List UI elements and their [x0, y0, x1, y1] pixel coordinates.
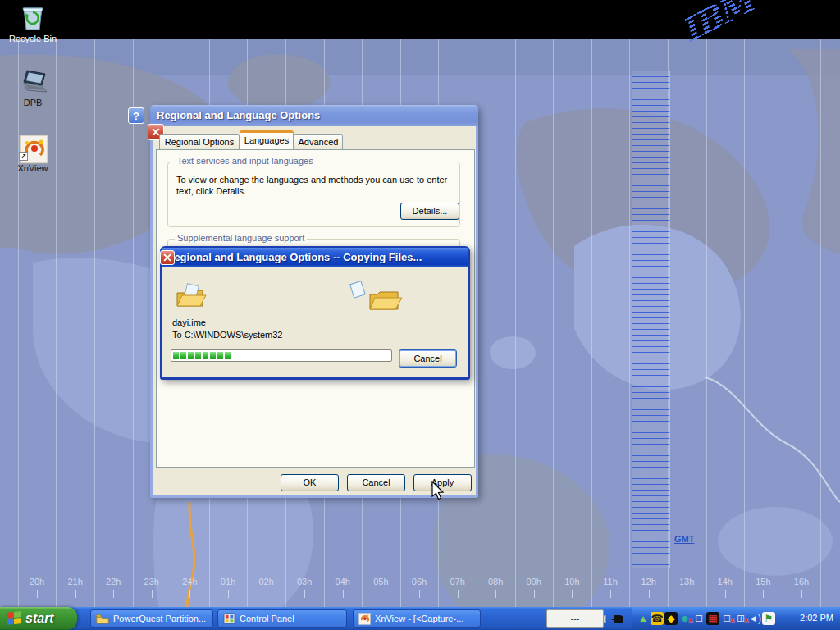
- copy-destination: To C:\WINDOWS\system32: [172, 330, 282, 340]
- hour-tick: [495, 590, 496, 598]
- hour-tick: [304, 590, 305, 598]
- xnview-icon: ↗: [19, 135, 47, 161]
- hour-label: 02h: [254, 577, 279, 587]
- hour-tick: [37, 590, 38, 598]
- start-button[interactable]: start: [0, 607, 77, 630]
- source-folder-icon: [175, 283, 208, 316]
- hour-label: 14h: [713, 577, 737, 587]
- hour-label: 11h: [598, 577, 623, 587]
- group-description: To view or change the languages and meth…: [176, 174, 451, 197]
- progress-segment: [203, 352, 208, 359]
- hour-tick: [152, 590, 153, 598]
- cancel-button[interactable]: Cancel: [347, 474, 405, 491]
- start-label: start: [25, 611, 54, 626]
- laptop-icon: [19, 69, 47, 95]
- hour-label: 01h: [216, 577, 240, 587]
- progress-segment: [173, 352, 179, 359]
- tray-icon-group: ▲☎◆☻×⊟▦⊟×⊞×◄)⚑: [637, 612, 776, 625]
- hour-tick: [687, 590, 687, 598]
- destination-folder-icon: [347, 280, 404, 317]
- hour-tick: [572, 590, 573, 598]
- details-button[interactable]: Details...: [400, 203, 459, 220]
- copy-progress-bar: [171, 349, 392, 362]
- help-button[interactable]: ?: [128, 107, 144, 124]
- hour-label: 10h: [559, 577, 584, 587]
- progress-segment: [188, 352, 194, 359]
- battery-level-text: ---: [571, 614, 580, 623]
- hour-label: 09h: [522, 577, 546, 587]
- hour-tick: [419, 590, 420, 598]
- hour-label: 22h: [101, 577, 126, 587]
- users-offline-icon[interactable]: ☻×: [678, 612, 692, 625]
- shortcut-arrow-icon: ↗: [19, 152, 28, 161]
- hour-tick: [725, 590, 726, 598]
- task-scheduler-icon[interactable]: ⚑: [762, 612, 775, 625]
- ac-plug-icon: [610, 614, 625, 625]
- network-offline-icon[interactable]: ⊞×: [734, 612, 747, 625]
- control-panel-icon: [223, 613, 235, 624]
- hour-label: 05h: [368, 577, 393, 587]
- desktop-icon-recycle-bin[interactable]: Recycle Bin: [2, 5, 64, 43]
- hour-label: 20h: [25, 577, 49, 587]
- hour-label: 07h: [445, 577, 470, 587]
- copying-files-dialog: Regional and Language Options -- Copying…: [160, 246, 470, 380]
- tab-languages[interactable]: Languages: [240, 130, 294, 149]
- tab-advanced[interactable]: Advanced: [294, 134, 343, 149]
- hour-label: 16h: [789, 577, 814, 587]
- desktop-icon-label: XnView: [2, 163, 64, 173]
- taskbar: start PowerQuest Partition... Control Pa…: [0, 607, 840, 630]
- hour-tick: [267, 590, 267, 598]
- group-label: Supplemental language support: [175, 233, 307, 243]
- xnview-icon: [358, 613, 371, 625]
- hour-tick: [381, 590, 381, 598]
- virus-scanner-icon[interactable]: ▦: [706, 612, 719, 625]
- task-label: Control Panel: [240, 614, 294, 623]
- progress-segment: [195, 352, 201, 359]
- safely-remove-hardware-icon[interactable]: ▲: [637, 612, 650, 625]
- copy-cancel-button[interactable]: Cancel: [399, 349, 457, 368]
- hour-label: 12h: [637, 577, 661, 587]
- desktop-icon-label: Recycle Bin: [2, 34, 64, 43]
- hour-label: 24h: [177, 577, 202, 587]
- hour-label: 15h: [751, 577, 775, 587]
- hour-tick: [610, 590, 611, 598]
- progress-segment: [210, 352, 216, 359]
- phone-agent-icon[interactable]: ☎: [651, 612, 664, 625]
- tab-regional-options[interactable]: Regional Options: [159, 134, 240, 149]
- battery-meter[interactable]: ---: [546, 609, 604, 628]
- network-computer-icon[interactable]: ⊟: [692, 612, 705, 625]
- norton-utility-icon[interactable]: ◆: [664, 612, 678, 625]
- progress-segment: [180, 352, 186, 359]
- taskbar-task-xnview[interactable]: XnView - [<Capture-...: [353, 609, 481, 628]
- hour-tick: [75, 590, 76, 598]
- hour-label: 04h: [331, 577, 355, 587]
- hour-tick: [113, 590, 114, 598]
- hour-tick: [228, 590, 229, 598]
- dialog-titlebar[interactable]: Regional and Language Options -- Copying…: [162, 248, 468, 267]
- top-banner: IBM: [0, 0, 840, 39]
- progress-segment: [225, 352, 231, 359]
- windows-flag-icon: [7, 611, 21, 626]
- ok-button[interactable]: OK: [281, 474, 339, 491]
- taskbar-clock[interactable]: 2:02 PM: [800, 613, 833, 623]
- hour-label: 08h: [483, 577, 508, 587]
- hour-label: 13h: [674, 577, 699, 587]
- desktop-icon-label: DPB: [2, 98, 64, 107]
- copying-file-name: dayi.ime: [172, 317, 206, 327]
- hour-tick: [801, 590, 802, 598]
- taskbar-task-powerquest[interactable]: PowerQuest Partition...: [90, 609, 213, 628]
- desktop-icon-xnview[interactable]: ↗ XnView: [2, 135, 64, 173]
- task-label: XnView - [<Capture-...: [375, 614, 463, 623]
- hour-tick: [343, 590, 344, 598]
- hour-label: 06h: [407, 577, 431, 587]
- desktop-icon-dpb[interactable]: DPB: [2, 69, 64, 107]
- system-tray: ▲☎◆☻×⊟▦⊟×⊞×◄)⚑ 2:02 PM: [632, 607, 840, 630]
- hour-tick: [189, 590, 190, 598]
- dialog-titlebar[interactable]: Regional and Language Options: [150, 105, 478, 126]
- dialog-title: Regional and Language Options: [157, 109, 320, 121]
- close-icon[interactable]: [160, 250, 175, 265]
- computer-offline-icon[interactable]: ⊟×: [720, 612, 733, 625]
- taskbar-task-control-panel[interactable]: Control Panel: [217, 609, 347, 628]
- volume-icon[interactable]: ◄): [748, 612, 761, 625]
- hour-tick: [763, 590, 764, 598]
